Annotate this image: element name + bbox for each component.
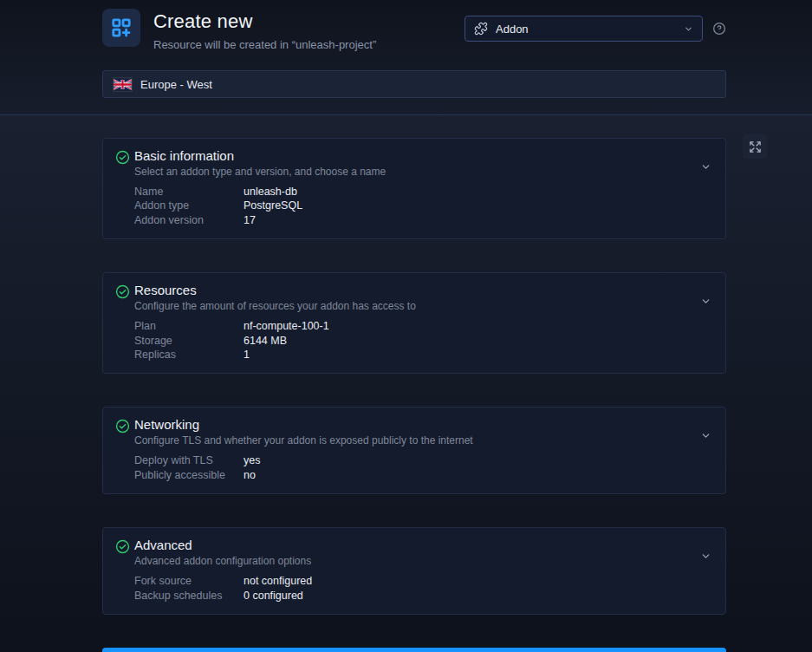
row-value: 17	[244, 213, 256, 227]
row-label: Addon type	[134, 199, 244, 212]
chevron-down-icon	[684, 24, 693, 34]
row-label: Publicly accessible	[134, 468, 244, 482]
section-collapse-chevron-icon[interactable]	[698, 428, 713, 443]
row-label: Backup schedules	[134, 589, 244, 603]
create-addon-button[interactable]: Create addon	[102, 648, 726, 652]
check-circle-icon	[115, 539, 130, 554]
row-value: 1	[244, 348, 250, 362]
row-label: Storage	[134, 334, 244, 348]
section-subtitle: Configure TLS and whether your addon is …	[134, 435, 473, 447]
section-advanced: Advanced Advanced addon configuration op…	[102, 527, 726, 615]
section-subtitle: Configure the amount of resources your a…	[134, 301, 416, 312]
help-icon[interactable]	[712, 22, 726, 36]
row-value: no	[244, 468, 256, 482]
section-subtitle: Advanced addon configuration options	[134, 556, 311, 567]
create-new-icon	[102, 9, 140, 47]
row-label: Plan	[134, 319, 244, 333]
section-title: Advanced	[134, 538, 311, 552]
summary-row: Addon type PostgreSQL	[134, 199, 711, 212]
section-title: Networking	[134, 417, 473, 432]
section-header-text: Resources Configure the amount of resour…	[134, 283, 416, 312]
row-label: Replicas	[134, 348, 244, 362]
main-content: Basic information Select an addon type a…	[0, 115, 812, 652]
section-header-text: Advanced Advanced addon configuration op…	[134, 538, 311, 567]
section-header-text: Networking Configure TLS and whether you…	[134, 417, 473, 447]
section-title: Resources	[134, 283, 416, 297]
summary-row: Replicas 1	[134, 348, 711, 362]
summary-row: Deploy with TLS yes	[134, 453, 711, 467]
page-title: Create new	[153, 10, 376, 33]
check-circle-icon	[115, 284, 130, 299]
summary-row: Fork source not configured	[134, 574, 711, 588]
row-value: not configured	[244, 574, 312, 588]
summary-row: Backup schedules 0 configured	[134, 589, 711, 603]
header-row: Create new Resource will be created in “…	[102, 9, 726, 51]
summary-row: Plan nf-compute-100-1	[134, 319, 711, 333]
row-value: unleash-db	[244, 185, 297, 199]
check-circle-icon	[115, 150, 130, 165]
section-basic-information: Basic information Select an addon type a…	[102, 138, 726, 239]
section-collapse-chevron-icon[interactable]	[698, 549, 713, 564]
section-collapse-chevron-icon[interactable]	[698, 160, 713, 174]
uk-flag-icon	[114, 78, 132, 91]
row-label: Deploy with TLS	[134, 453, 244, 467]
row-value: yes	[244, 453, 260, 467]
section-collapse-chevron-icon[interactable]	[698, 294, 713, 309]
summary-rows: Deploy with TLS yes Publicly accessible …	[134, 453, 711, 482]
section-header[interactable]: Resources Configure the amount of resour…	[115, 283, 711, 312]
row-label: Name	[134, 185, 244, 199]
section-header[interactable]: Basic information Select an addon type a…	[115, 148, 711, 178]
page-subtitle: Resource will be created in “unleash-pro…	[153, 38, 376, 51]
section-header-text: Basic information Select an addon type a…	[134, 148, 386, 178]
header-right: Addon	[464, 16, 726, 42]
region-label: Europe - West	[140, 78, 212, 91]
section-title: Basic information	[134, 148, 386, 163]
summary-rows: Fork source not configured Backup schedu…	[134, 574, 711, 603]
resource-type-value: Addon	[496, 23, 529, 36]
row-value: 0 configured	[244, 589, 303, 603]
section-resources: Resources Configure the amount of resour…	[102, 272, 726, 374]
section-subtitle: Select an addon type and version, and ch…	[134, 166, 386, 178]
expand-icon[interactable]	[743, 134, 767, 159]
row-label: Fork source	[134, 574, 244, 588]
region-selector[interactable]: Europe - West	[102, 70, 726, 98]
check-circle-icon	[115, 419, 130, 434]
row-value: PostgreSQL	[244, 199, 302, 212]
summary-row: Addon version 17	[134, 213, 711, 227]
topbar: Create new Resource will be created in “…	[0, 0, 812, 115]
header-text: Create new Resource will be created in “…	[153, 9, 376, 51]
addon-puzzle-icon	[474, 22, 488, 36]
create-new-page: Create new Resource will be created in “…	[0, 0, 812, 652]
row-label: Addon version	[134, 213, 244, 227]
section-header[interactable]: Networking Configure TLS and whether you…	[115, 417, 711, 447]
row-value: 6144 MB	[244, 334, 287, 348]
summary-row: Publicly accessible no	[134, 468, 711, 482]
resource-type-select[interactable]: Addon	[464, 16, 703, 42]
summary-row: Storage 6144 MB	[134, 334, 711, 348]
row-value: nf-compute-100-1	[244, 319, 329, 333]
section-header[interactable]: Advanced Advanced addon configuration op…	[115, 538, 711, 567]
summary-row: Name unleash-db	[134, 185, 711, 199]
summary-rows: Name unleash-db Addon type PostgreSQL Ad…	[134, 185, 711, 227]
summary-rows: Plan nf-compute-100-1 Storage 6144 MB Re…	[134, 319, 711, 362]
section-networking: Networking Configure TLS and whether you…	[102, 407, 726, 494]
